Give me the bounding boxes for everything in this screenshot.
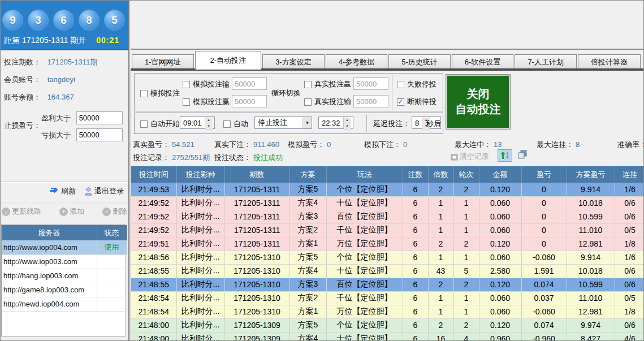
bet-cell: 171205-1310 xyxy=(224,251,289,264)
refresh-label: 刷新 xyxy=(61,186,76,196)
tab-2[interactable]: 2-自动投注 xyxy=(195,51,262,70)
bet-row[interactable]: 21:49:53比利时分...171205-1311方案5个位【定位胆】6220… xyxy=(131,183,644,196)
bet-cell: 11.010 xyxy=(567,291,615,305)
add-line-button[interactable]: + 添加 xyxy=(59,206,84,217)
countdown-time: 00:21 xyxy=(96,36,119,45)
bet-cell: 方案1 xyxy=(289,237,326,251)
auto-start-time-spinner[interactable]: 09:01 ▲▼ xyxy=(180,116,215,129)
bet-col-header[interactable]: 轮次 xyxy=(453,166,479,183)
tab-6[interactable]: 6-软件设置 xyxy=(452,54,514,70)
server-row[interactable]: http://www.iop003.com xyxy=(2,254,127,269)
bet-row[interactable]: 21:48:54比利时分...171205-1310方案1万位【定位胆】6110… xyxy=(131,305,644,318)
bet-cell: 0 xyxy=(521,237,567,251)
clear-records-button[interactable]: 清空记录 xyxy=(451,152,489,162)
bet-cell: 0.060 xyxy=(479,223,521,237)
server-row[interactable]: http://game8.iop003.com xyxy=(2,283,127,297)
real-lose-input[interactable] xyxy=(353,95,388,107)
loss-gt-input[interactable] xyxy=(76,128,123,141)
server-table-header-row: 服务器 状态 xyxy=(2,225,127,240)
bet-col-header[interactable]: 投注时间 xyxy=(131,166,176,183)
auto-start-checkbox[interactable]: 自动开始 xyxy=(140,119,180,129)
server-col-header[interactable]: 服务器 xyxy=(2,225,97,240)
bet-status-stat: 投注状态：投注成功 xyxy=(214,153,283,163)
bet-row[interactable]: 21:48:00比利时分...171205-1309方案5个位【定位胆】6220… xyxy=(131,318,644,332)
server-status xyxy=(97,269,127,283)
bet-row[interactable]: 21:49:52比利时分...171205-1311方案2千位【定位胆】6110… xyxy=(131,223,644,237)
real-win-input[interactable] xyxy=(353,77,388,90)
bet-row[interactable]: 21:48:56比利时分...171205-1310方案5个位【定位胆】6110… xyxy=(131,251,644,264)
bet-col-header[interactable]: 连挂 xyxy=(615,166,644,183)
spinner-arrows-icon[interactable]: ▲▼ xyxy=(343,117,351,128)
bet-row[interactable]: 21:48:55比利时分...171205-1310方案4十位【定位胆】6435… xyxy=(131,264,644,278)
bet-cell: 6 xyxy=(403,196,428,210)
bet-row[interactable]: 21:49:52比利时分...171205-1311方案3百位【定位胆】6110… xyxy=(131,210,644,223)
copy-button[interactable] xyxy=(518,150,528,161)
update-line-button[interactable]: ↓ 更新线路 xyxy=(2,206,41,217)
bet-row[interactable]: 21:49:51比利时分...171205-1311方案1万位【定位胆】6220… xyxy=(131,237,644,251)
bet-col-header[interactable]: 玩法 xyxy=(326,166,403,183)
bet-cell: 10.599 xyxy=(567,210,615,223)
sim-win-input[interactable] xyxy=(232,95,267,107)
stop-time-spinner[interactable]: 22:32 ▲▼ xyxy=(318,116,353,129)
logout-button[interactable]: 退出登录 xyxy=(85,186,124,196)
sim-win-label: 模拟投注赢 xyxy=(193,97,230,107)
tab-7[interactable]: 7-人工计划 xyxy=(515,54,577,70)
period-value: 171205-1311期 xyxy=(47,58,98,66)
bet-col-header[interactable]: 倍数 xyxy=(428,166,453,183)
bet-cell: 1 xyxy=(453,196,479,210)
status-col-header[interactable]: 状态 xyxy=(97,225,127,240)
real-lose-checkbox[interactable]: 真实投注输 xyxy=(304,97,351,107)
stop-mode-dropdown[interactable]: 停止投注 ▼ xyxy=(254,116,312,129)
fail-stop-checkbox[interactable]: 失败停投 xyxy=(397,79,436,89)
sim-lose-checkbox[interactable]: 模拟投注输 xyxy=(183,79,230,89)
bet-cell: 2 xyxy=(428,237,453,251)
refresh-button[interactable]: 刷新 xyxy=(50,186,76,196)
delete-line-button[interactable]: − 删除 xyxy=(102,206,127,217)
bet-row[interactable]: 21:48:55比利时分...171205-1310方案3百位【定位胆】6220… xyxy=(131,278,644,291)
server-row[interactable]: http://newd.iop004.com xyxy=(2,297,127,311)
tab-1[interactable]: 1-官网网址 xyxy=(132,54,194,70)
tab-8[interactable]: 倍投计算器 xyxy=(578,54,641,70)
server-row[interactable]: http://www.iop004.com使用 xyxy=(2,240,127,254)
tab-5[interactable]: 5-历史统计 xyxy=(388,54,451,70)
bet-cell: 12.981 xyxy=(567,305,615,318)
bet-cell: 0 xyxy=(521,210,567,223)
account-row: 会员账号： tangdeyi xyxy=(4,75,75,85)
bet-col-header[interactable]: 期数 xyxy=(224,166,289,183)
sim-lose-input[interactable] xyxy=(232,77,267,90)
server-url: http://www.iop003.com xyxy=(2,254,97,269)
tab-content-auto-bet: 模拟投注 模拟投注输 模拟投注赢 循环切换 真实投注赢 xyxy=(131,71,644,341)
delay-label: 延迟投注： xyxy=(373,119,410,129)
bet-cell: 21:48:55 xyxy=(131,264,176,278)
chevron-down-icon[interactable]: ▼ xyxy=(302,117,312,128)
bet-cell: 0/5 xyxy=(615,223,644,237)
bet-col-header[interactable]: 注数 xyxy=(403,166,428,183)
server-row[interactable]: http://hang.iop003.com xyxy=(2,269,127,283)
lottery-ball: 6 xyxy=(53,10,74,31)
real-win-checkbox[interactable]: 真实投注赢 xyxy=(304,79,351,89)
sort-updown-button[interactable] xyxy=(498,149,512,162)
tab-4[interactable]: 4-参考数据 xyxy=(326,54,388,70)
bet-row[interactable]: 21:48:54比利时分...171205-1310方案2千位【定位胆】6110… xyxy=(131,291,644,305)
bet-cell: 0/6 xyxy=(615,210,644,223)
profit-gt-input[interactable] xyxy=(76,111,123,124)
bet-col-header[interactable]: 投注彩种 xyxy=(176,166,224,183)
auto-start-time-value: 09:01 xyxy=(180,117,205,128)
auto-checkbox[interactable]: 自动 xyxy=(223,119,248,129)
bet-col-header[interactable]: 方案 xyxy=(289,166,326,183)
sim-bet-checkbox[interactable]: 模拟投注 xyxy=(140,88,180,98)
bet-col-header[interactable]: 方案盈亏 xyxy=(567,166,615,183)
tab-3[interactable]: 3-方案设定 xyxy=(262,54,325,70)
bet-cell: 21:48:55 xyxy=(131,278,176,291)
spinner-arrows-icon[interactable]: ▲▼ xyxy=(205,117,213,128)
offline-stop-checkbox[interactable]: 断期停投 xyxy=(397,97,436,107)
bet-col-header[interactable]: 金额 xyxy=(479,166,521,183)
bet-cell: 方案4 xyxy=(289,264,326,278)
bet-row[interactable]: 21:48:00比利时分...171205-1309方案4十位【定位胆】6164… xyxy=(131,332,644,341)
bet-col-header[interactable]: 盈亏 xyxy=(521,166,567,183)
sim-win-checkbox[interactable]: 模拟投注赢 xyxy=(183,97,230,107)
bet-row[interactable]: 21:49:52比利时分...171205-1311方案4十位【定位胆】6110… xyxy=(131,196,644,210)
auto-start-label: 自动开始 xyxy=(150,119,180,129)
divider xyxy=(1,202,128,203)
close-auto-bet-button[interactable]: 关闭 自动投注 xyxy=(446,75,510,129)
